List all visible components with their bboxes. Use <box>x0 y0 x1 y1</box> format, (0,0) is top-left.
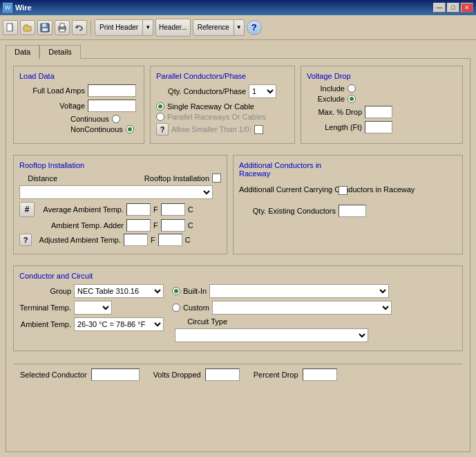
include-radio[interactable] <box>348 84 356 93</box>
conductor-left: Group NEC Table 310.16 Terminal Temp. Am… <box>19 284 164 334</box>
avg-ambient-f-input[interactable] <box>126 203 151 216</box>
exclude-row: Exclude <box>307 95 457 103</box>
non-continuous-label: NonContinuous <box>70 125 123 133</box>
parallel-raceways-radio[interactable] <box>156 113 164 121</box>
adjusted-c-label: C <box>185 236 191 244</box>
avg-c-label: C <box>188 205 193 214</box>
tab-data[interactable]: Data <box>6 45 39 59</box>
hash-button[interactable]: # <box>19 202 35 217</box>
circuit-type-label: Circuit Type <box>172 317 227 326</box>
terminal-temp-label: Terminal Temp. <box>19 304 71 312</box>
adjusted-ambient-label: Adjusted Ambient Temp. <box>35 236 121 244</box>
ambient-temp-conductor-label: Ambient Temp. <box>19 320 71 328</box>
max-drop-input[interactable] <box>365 106 392 118</box>
parallel-raceways-label: Parallel Raceways Or Cables <box>167 113 266 121</box>
percent-drop-input[interactable] <box>303 369 337 381</box>
length-input[interactable] <box>365 121 392 133</box>
avg-ambient-c-input[interactable] <box>161 203 185 216</box>
help-button-parallel[interactable]: ? <box>156 123 169 136</box>
qty-conductors-label: Qty. Conductors/Phase <box>156 87 246 95</box>
tab-details[interactable]: Details <box>39 45 81 59</box>
non-continuous-radio[interactable] <box>126 125 134 133</box>
custom-label: Custom <box>183 304 209 312</box>
minimize-button[interactable]: — <box>433 3 446 12</box>
voltage-label: Voltage <box>19 102 85 110</box>
help-button-rooftop[interactable]: ? <box>19 234 32 246</box>
ambient-adder-f-input[interactable] <box>126 219 151 232</box>
volts-dropped-input[interactable] <box>205 369 240 381</box>
distance-label: Distance <box>19 174 57 183</box>
terminal-temp-select[interactable] <box>74 301 112 315</box>
full-load-amps-label: Full Load Amps <box>19 86 85 95</box>
main-content: Load Data Full Load Amps Voltage Continu… <box>6 58 470 452</box>
print-header-dropdown[interactable]: Print Header ▼ <box>95 19 153 36</box>
open-button[interactable] <box>20 20 35 35</box>
svg-rect-4 <box>42 28 48 31</box>
length-label: Length (Ft) <box>307 123 362 131</box>
rooftop-installation-row: Distance Rooftop Installation <box>19 174 221 183</box>
group-select[interactable]: NEC Table 310.16 <box>74 284 164 298</box>
qty-conductors-select[interactable]: 1 <box>249 84 276 98</box>
maximize-button[interactable]: □ <box>447 3 459 12</box>
rooftop-installation-checkbox[interactable] <box>212 174 221 183</box>
voltage-input[interactable] <box>88 100 136 112</box>
group-row: Group NEC Table 310.16 <box>19 284 164 298</box>
header-button[interactable]: Header... <box>155 19 191 37</box>
reference-dropdown[interactable]: Reference ▼ <box>193 19 245 36</box>
conductor-right: Built-In Custom Circuit Type <box>172 284 457 345</box>
additional-current-checkbox[interactable] <box>339 186 348 195</box>
exclude-radio[interactable] <box>348 95 356 103</box>
built-in-label: Built-In <box>183 287 207 295</box>
distance-dropdown-row <box>19 185 221 199</box>
custom-row: Custom <box>172 301 457 315</box>
single-raceway-label: Single Raceway Or Cable <box>167 102 254 111</box>
adjusted-ambient-f-input[interactable] <box>124 234 148 246</box>
circuit-type-row: Circuit Type <box>172 317 457 326</box>
allow-smaller-checkbox[interactable] <box>254 125 263 134</box>
parallel-conductors-section: Parallel Conductors/Phase Qty. Conductor… <box>150 66 295 144</box>
help-button[interactable]: ? <box>247 20 262 35</box>
qty-conductors-row: Qty. Conductors/Phase 1 <box>156 84 289 98</box>
built-in-select[interactable] <box>209 284 389 298</box>
adjusted-ambient-c-input[interactable] <box>158 234 182 246</box>
ambient-temp-conductor-select[interactable]: 26-30 °C = 78-86 °F <box>74 317 164 331</box>
selected-conductor-input[interactable] <box>91 369 140 381</box>
voltage-drop-title: Voltage Drop <box>307 72 457 80</box>
save-button[interactable] <box>37 20 53 35</box>
length-row: Length (Ft) <box>307 121 457 133</box>
avg-f-label: F <box>153 205 158 214</box>
custom-radio[interactable] <box>172 304 180 312</box>
continuous-radio[interactable] <box>112 115 120 123</box>
load-data-section: Load Data Full Load Amps Voltage Continu… <box>13 66 144 144</box>
distance-select[interactable] <box>19 185 213 199</box>
include-row: Include <box>307 84 457 93</box>
svg-rect-1 <box>23 26 31 31</box>
reference-arrow-icon[interactable]: ▼ <box>234 24 244 30</box>
allow-smaller-row: ? Allow Smaller Than 1/0: <box>156 123 289 136</box>
conductor-circuit-title: Conductor and Circuit <box>19 272 457 280</box>
svg-rect-0 <box>7 24 12 31</box>
ambient-temp-conductor-row: Ambient Temp. 26-30 °C = 78-86 °F <box>19 317 164 331</box>
full-load-amps-input[interactable] <box>88 84 136 97</box>
qty-existing-input[interactable] <box>339 205 366 217</box>
print-header-arrow-icon[interactable]: ▼ <box>143 24 153 30</box>
print-header-label: Print Header <box>95 20 143 35</box>
circuit-type-select[interactable] <box>175 328 368 342</box>
ambient-adder-row: Ambient Temp. Adder F C <box>19 219 221 232</box>
top-sections: Load Data Full Load Amps Voltage Continu… <box>13 66 463 149</box>
selected-conductor-field: Selected Conductor <box>20 369 140 381</box>
close-button[interactable]: ✕ <box>461 3 473 12</box>
adjusted-ambient-row: ? Adjusted Ambient Temp. F C <box>19 234 221 246</box>
title-bar: W Wire — □ ✕ <box>0 0 476 15</box>
additional-current-label: Additionall Current Carrying Conductors … <box>239 185 336 195</box>
built-in-radio[interactable] <box>172 287 180 295</box>
ambient-adder-c-input[interactable] <box>161 219 185 232</box>
single-raceway-radio[interactable] <box>156 102 164 111</box>
rooftop-section: Rooftop Installation Distance Rooftop In… <box>13 155 227 254</box>
print-button[interactable] <box>55 20 70 35</box>
undo-button[interactable] <box>72 20 87 35</box>
qty-existing-row: Qty. Existing Conductors <box>239 205 457 217</box>
new-button[interactable] <box>3 20 18 35</box>
parallel-conductors-title: Parallel Conductors/Phase <box>156 72 289 80</box>
custom-select[interactable] <box>212 301 392 315</box>
